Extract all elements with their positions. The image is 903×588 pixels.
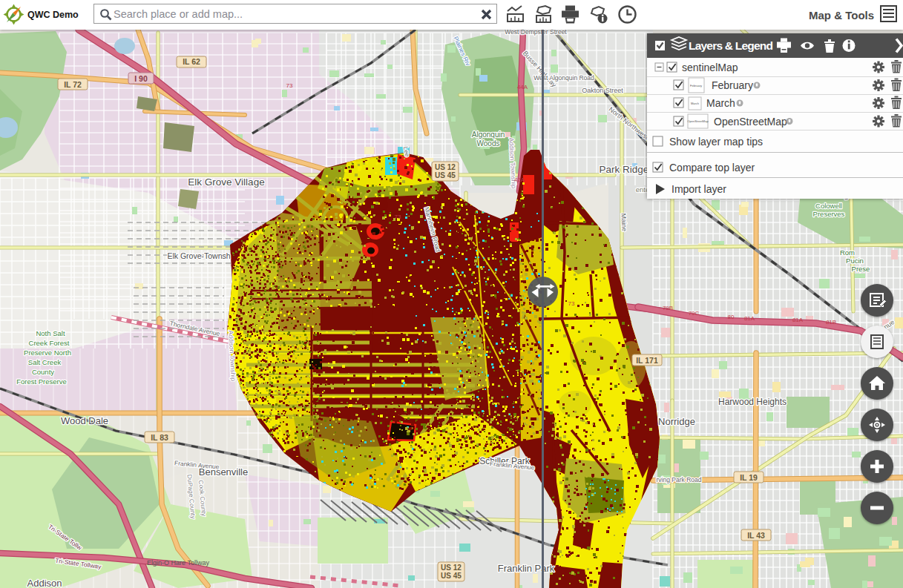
svg-text:Oakton Street: Oakton Street — [582, 87, 623, 94]
svg-text:81B: 81B — [826, 319, 836, 326]
svg-text:US 45: US 45 — [441, 572, 462, 580]
svg-text:73: 73 — [568, 300, 575, 307]
svg-text:Park Ridge: Park Ridge — [600, 164, 649, 175]
svg-text:OpenStreetMap: OpenStreetMap — [714, 116, 787, 128]
svg-text:Show layer map tips: Show layer map tips — [669, 136, 763, 148]
svg-text:Compare top layer: Compare top layer — [669, 162, 755, 174]
svg-text:Elgin-O Hare Tollway: Elgin-O Hare Tollway — [147, 559, 209, 566]
svg-text:IL 83: IL 83 — [151, 433, 168, 442]
svg-text:Layers & Legend: Layers & Legend — [689, 39, 773, 52]
svg-text:Noth Salt: Noth Salt — [36, 329, 65, 337]
svg-text:81A: 81A — [744, 315, 755, 322]
svg-text:I 90: I 90 — [134, 74, 148, 83]
svg-text:Pucin: Pucin — [846, 257, 864, 265]
svg-text:Salt Creek: Salt Creek — [28, 358, 62, 366]
svg-text:March: March — [691, 102, 699, 105]
svg-text:79C: 79C — [689, 310, 700, 317]
svg-text:County: County — [32, 368, 54, 376]
svg-text:Rom: Rom — [840, 248, 855, 257]
svg-text:IL 171: IL 171 — [636, 356, 658, 365]
svg-text:IL 62: IL 62 — [183, 57, 200, 66]
svg-text:81A: 81A — [792, 317, 804, 323]
svg-text:February: February — [690, 84, 702, 87]
svg-text:80: 80 — [728, 314, 735, 320]
svg-text:Colowell: Colowell — [815, 202, 842, 210]
svg-text:Creek Forest: Creek Forest — [29, 339, 70, 347]
svg-text:US 12: US 12 — [435, 163, 456, 171]
svg-text:US 12: US 12 — [441, 564, 462, 572]
svg-text:Franklin Park: Franklin Park — [498, 563, 555, 574]
svg-text:Elk Grove-Townsh: Elk Grove-Townsh — [167, 251, 230, 260]
svg-text:73: 73 — [395, 214, 401, 220]
svg-text:Preserve North: Preserve North — [24, 348, 71, 357]
svg-text:US 45: US 45 — [435, 171, 456, 179]
svg-text:Harwood Heights: Harwood Heights — [718, 397, 787, 407]
svg-text:42A: 42A — [514, 176, 525, 183]
svg-text:73: 73 — [286, 82, 293, 89]
svg-text:Norridge: Norridge — [658, 416, 695, 427]
svg-text:Elk Grove Village: Elk Grove Village — [188, 176, 264, 188]
svg-text:79B: 79B — [663, 305, 673, 311]
svg-text:Addison: Addison — [27, 578, 62, 588]
svg-text:Maine: Maine — [620, 213, 628, 231]
svg-text:Algonquin: Algonquin — [472, 131, 505, 139]
svg-text:IL 72: IL 72 — [64, 80, 82, 89]
svg-text:Prese: Prese — [852, 265, 870, 273]
svg-text:March: March — [706, 97, 735, 109]
svg-text:Preserves: Preserves — [813, 210, 845, 218]
svg-text:IL 19: IL 19 — [740, 473, 758, 482]
svg-text:Import layer: Import layer — [671, 183, 726, 195]
svg-text:44A: 44A — [517, 84, 528, 90]
svg-text:Wood Dale: Wood Dale — [61, 415, 108, 426]
svg-text:February: February — [712, 79, 753, 91]
svg-text:OpenStreetMap: OpenStreetMap — [687, 119, 709, 123]
svg-text:sentinelMap: sentinelMap — [682, 62, 738, 73]
svg-text:rving Park Road: rving Park Road — [657, 476, 702, 483]
svg-text:IL 43: IL 43 — [747, 531, 765, 540]
svg-text:Forest Preserve: Forest Preserve — [16, 377, 67, 386]
svg-text:Woods: Woods — [477, 139, 500, 148]
